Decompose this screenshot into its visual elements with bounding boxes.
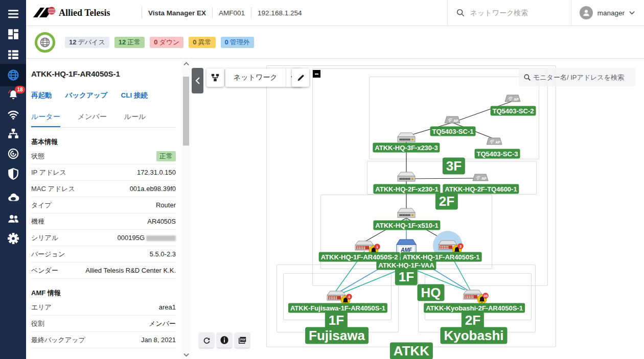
sidebar-item-events[interactable]: 18 — [0, 85, 26, 105]
product-name: Vista Manager EX — [148, 9, 206, 17]
sitemap-icon — [211, 73, 220, 82]
summary-badge-down: 0ダウン — [150, 37, 183, 48]
device-label-ATKK-HQ-1F-AR4050S-1[interactable]: ATKK-HQ-1F-AR4050S-1 — [401, 252, 482, 262]
device-label-ATKK-HQ-3F-x230-3[interactable]: ATKK-HQ-3F-x230-3 — [373, 143, 440, 153]
group-label-2F[interactable]: 2F — [462, 312, 484, 329]
controller-ip: 192.168.1.254 — [258, 9, 302, 17]
scroll-down-arrow-icon[interactable] — [182, 351, 190, 359]
sidebar-item-dashboard[interactable] — [0, 24, 26, 44]
asset-list-icon — [7, 49, 19, 61]
sidebar-item-menu[interactable] — [0, 4, 26, 24]
user-avatar-icon — [580, 6, 593, 19]
info-row: IP アドレス172.31.0.150 — [31, 164, 176, 181]
tab-rules[interactable]: ルール — [124, 112, 146, 127]
map-view-select[interactable]: ネットワーク — [225, 68, 302, 87]
sidebar-item-traffic-monitor[interactable] — [0, 143, 26, 164]
device-label-TQ5403-SC-3[interactable]: TQ5403-SC-3 — [475, 149, 520, 159]
tab-router[interactable]: ルーター — [31, 112, 60, 127]
info-row: タイプRouter — [31, 197, 176, 213]
group-label-3F[interactable]: 3F — [443, 158, 465, 175]
panel-scrollbar[interactable] — [182, 60, 190, 359]
sidebar-item-asset-list[interactable] — [0, 44, 26, 65]
reboot-button[interactable]: 再起動 — [31, 91, 52, 100]
group-label-2F[interactable]: 2F — [435, 193, 458, 210]
wireless-icon — [7, 108, 19, 121]
map-search-input[interactable] — [533, 74, 633, 81]
network-map-icon — [7, 69, 19, 81]
topology-labels-layer: TQ5403-SC-2TQ5403-SC-1ATKK-HQ-3F-x230-3T… — [190, 59, 644, 359]
summary-badge-unmanaged: 0管理外 — [221, 37, 254, 48]
device-label-TQ5403-SC-2[interactable]: TQ5403-SC-2 — [491, 106, 536, 116]
info-icon — [220, 336, 229, 345]
user-menu[interactable]: manager — [571, 0, 644, 26]
scroll-up-arrow-icon[interactable] — [182, 60, 190, 68]
section-title: 基本情報 — [31, 136, 176, 148]
group-label-1F[interactable]: 1F — [325, 312, 348, 329]
sidebar-item-settings[interactable] — [0, 228, 26, 249]
network-status-icon[interactable] — [35, 32, 55, 53]
sidebar-item-wireless[interactable] — [0, 104, 26, 125]
sidebar-item-cloud-services[interactable] — [0, 187, 26, 208]
search-icon — [456, 8, 465, 17]
tab-member[interactable]: メンバー — [78, 112, 107, 127]
sidebar-item-security[interactable] — [0, 163, 26, 184]
info-value: area1 — [159, 303, 176, 311]
backup-button[interactable]: バックアップ — [65, 91, 108, 100]
sidebar-item-user-management[interactable] — [0, 208, 26, 229]
info-row: ベンダーAllied Telesis R&D Center K.K. — [31, 262, 176, 279]
cli-connect-button[interactable]: CLI 接続 — [121, 91, 148, 100]
info-value: Allied Telesis R&D Center K.K. — [85, 267, 176, 274]
allied-telesis-logo-mark: Allied Telesis — [33, 6, 135, 20]
info-label: 役割 — [31, 319, 44, 328]
info-row: 役割メンバー — [31, 316, 176, 332]
refresh-button[interactable] — [199, 332, 214, 348]
group-label-Fujisawa[interactable]: Fujisawa — [305, 327, 369, 344]
info-value: AR4050S — [147, 218, 176, 225]
export-pdf-button[interactable]: PDF — [235, 332, 250, 348]
network-search-input[interactable] — [470, 9, 562, 17]
group-label-1F[interactable]: 1F — [395, 269, 418, 285]
info-value: Jan 8, 2021 — [141, 336, 176, 344]
group-label-ATKK[interactable]: ATKK — [390, 343, 433, 359]
group-label-HQ[interactable]: HQ — [418, 284, 445, 301]
group-label-Kyobashi[interactable]: Kyobashi — [440, 327, 507, 344]
topology-view-button[interactable] — [206, 68, 224, 87]
event-count-badge: 18 — [15, 86, 25, 93]
info-label: タイプ — [31, 201, 52, 210]
device-title: ATKK-HQ-1F-AR4050S-1 — [31, 69, 176, 78]
info-row: シリアル000195G — [31, 230, 176, 246]
info-label: MAC アドレス — [31, 184, 75, 194]
device-label-ATKK-HQ-1F-x510-1[interactable]: ATKK-HQ-1F-x510-1 — [373, 221, 440, 230]
edit-map-button[interactable] — [292, 68, 309, 87]
info-row: 状態正常 — [31, 148, 176, 164]
settings-icon — [7, 232, 19, 245]
info-label: IP アドレス — [31, 168, 66, 177]
section-title: AMF 情報 — [31, 287, 176, 299]
sidebar-item-topology-services[interactable] — [0, 124, 26, 144]
sidebar-item-network-map[interactable] — [0, 64, 26, 86]
info-button[interactable] — [217, 332, 232, 348]
traffic-monitor-icon — [7, 148, 19, 160]
events-icon: 18 — [7, 89, 19, 101]
device-label-ATKK-HQ-2F-x230-1[interactable]: ATKK-HQ-2F-x230-1 — [373, 184, 440, 194]
network-summary-bar: 12デバイス12正常0ダウン0異常0管理外 — [26, 26, 644, 59]
cloud-services-icon — [7, 192, 19, 204]
device-label-TQ5403-SC-1[interactable]: TQ5403-SC-1 — [430, 127, 476, 136]
device-detail-panel: ATKK-HQ-1F-AR4050S-1 再起動 バックアップ CLI 接続 ル… — [26, 59, 182, 359]
info-row: エリアarea1 — [31, 299, 176, 316]
scrollbar-thumb[interactable] — [183, 77, 189, 146]
chevron-down-icon — [629, 11, 635, 15]
panel-collapse-handle[interactable] — [192, 68, 203, 93]
app-sidebar: 18 — [0, 0, 26, 359]
user-management-icon — [7, 212, 19, 225]
detail-tabs: ルーター メンバー ルール — [31, 112, 176, 128]
collapse-region-button[interactable] — [313, 70, 320, 78]
site-name: AMF001 — [219, 9, 245, 17]
info-label: シリアル — [31, 233, 58, 243]
divider — [251, 7, 251, 18]
info-value: 5.5.0-2.3 — [150, 250, 176, 258]
summary-badge-normal: 12正常 — [114, 37, 145, 48]
pdf-icon: PDF — [238, 336, 247, 345]
info-row: 最終バックアップJan 8, 2021 — [31, 332, 176, 348]
divider — [212, 7, 213, 18]
